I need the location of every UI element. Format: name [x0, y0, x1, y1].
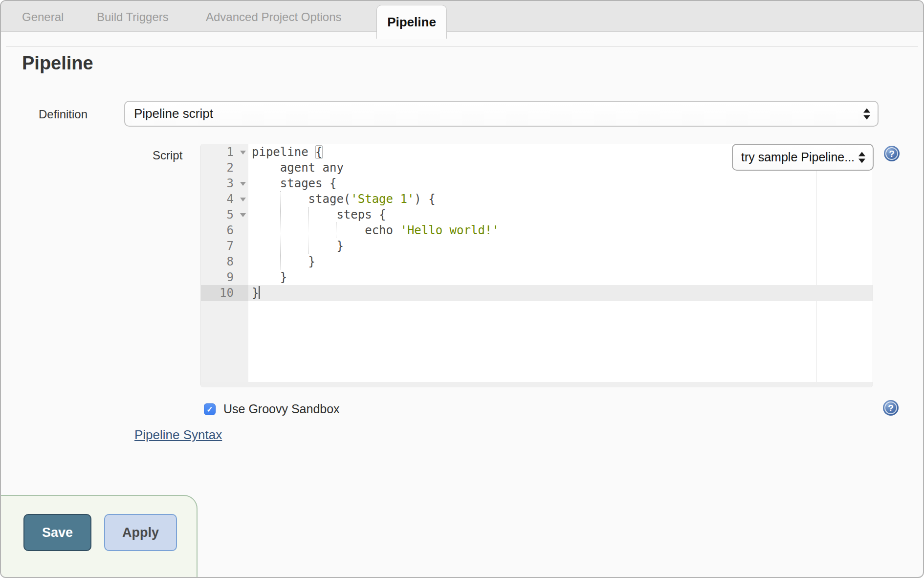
select-arrows-icon: [863, 108, 870, 119]
save-panel: Save Apply: [0, 495, 198, 578]
code-line-10[interactable]: 10}: [201, 285, 873, 301]
select-arrows-icon: [858, 152, 865, 163]
sample-pipeline-select[interactable]: try sample Pipeline...: [732, 144, 874, 171]
code-line-7[interactable]: 7 }: [201, 238, 873, 254]
code-text: }: [248, 254, 873, 269]
check-icon: ✓: [206, 405, 213, 414]
definition-label: Definition: [39, 108, 88, 121]
line-number: 3: [201, 176, 248, 191]
groovy-sandbox-label: Use Groovy Sandbox: [223, 402, 340, 416]
script-editor[interactable]: 1pipeline {2 agent any3 stages {4 stage(…: [200, 144, 873, 387]
apply-button[interactable]: Apply: [104, 514, 177, 551]
help-icon[interactable]: ?: [883, 400, 899, 416]
line-number: 6: [201, 222, 248, 238]
code-text: }: [248, 285, 873, 301]
tab-pipeline-label: Pipeline: [387, 15, 436, 30]
tab-pipeline[interactable]: Pipeline: [376, 5, 447, 39]
sample-pipeline-select-value: try sample Pipeline...: [741, 150, 855, 164]
code-line-5[interactable]: 5 steps {: [201, 207, 873, 222]
definition-select-value: Pipeline script: [134, 106, 213, 121]
help-icon[interactable]: ?: [884, 146, 900, 161]
fold-arrow-icon[interactable]: [240, 213, 246, 217]
code-line-8[interactable]: 8 }: [201, 254, 873, 269]
fold-arrow-icon[interactable]: [240, 182, 246, 186]
code-line-4[interactable]: 4 stage('Stage 1') {: [201, 191, 873, 207]
code-text: }: [248, 238, 873, 254]
code-text: steps {: [248, 207, 873, 222]
editor-scrollbar-track: [201, 382, 873, 387]
code-line-9[interactable]: 9 }: [201, 269, 873, 285]
line-number: 5: [201, 207, 248, 222]
line-number: 8: [201, 254, 248, 269]
save-button[interactable]: Save: [23, 514, 91, 551]
line-number: 9: [201, 269, 248, 285]
jenkins-project-config-window: General Build Triggers Advanced Project …: [0, 0, 924, 578]
script-label: Script: [153, 149, 182, 162]
tab-build-triggers[interactable]: Build Triggers: [97, 10, 169, 24]
code-text: }: [248, 269, 873, 285]
tab-general[interactable]: General: [22, 10, 64, 24]
line-number: 4: [201, 191, 248, 207]
page-title: Pipeline: [22, 53, 93, 74]
tab-bar: General Build Triggers Advanced Project …: [1, 1, 923, 32]
line-number: 1: [201, 144, 248, 160]
pipeline-syntax-link[interactable]: Pipeline Syntax: [134, 427, 222, 443]
line-number: 7: [201, 238, 248, 254]
line-number: 10: [201, 285, 248, 301]
fold-arrow-icon[interactable]: [240, 198, 246, 201]
code-text: stages {: [248, 176, 873, 191]
text-cursor: [259, 286, 260, 299]
code-line-3[interactable]: 3 stages {: [201, 176, 873, 191]
definition-select[interactable]: Pipeline script: [124, 101, 879, 127]
fold-arrow-icon[interactable]: [240, 151, 246, 155]
line-number: 2: [201, 160, 248, 176]
code-line-6[interactable]: 6 echo 'Hello world!': [201, 222, 873, 238]
divider: [6, 46, 918, 47]
tab-advanced-project-options[interactable]: Advanced Project Options: [206, 10, 342, 24]
code-text: echo 'Hello world!': [248, 222, 873, 238]
code-text: stage('Stage 1') {: [248, 191, 873, 207]
groovy-sandbox-checkbox[interactable]: ✓: [204, 403, 216, 415]
